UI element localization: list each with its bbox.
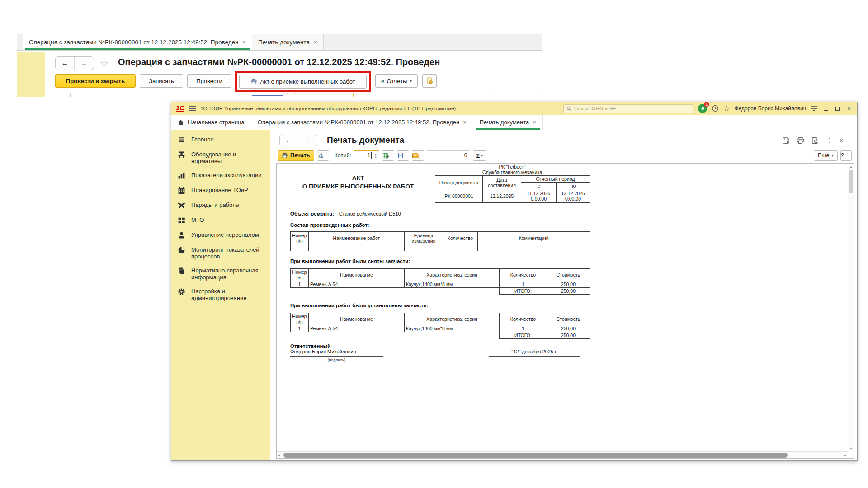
period-from: 11.12.20250:00:00: [521, 189, 557, 203]
sidebar-item-equipment[interactable]: Оборудование и нормативы: [171, 147, 270, 168]
close-pane-icon[interactable]: ×: [840, 136, 844, 144]
copies-stepper[interactable]: 1 ▴▾: [354, 150, 379, 160]
total-value: 250,00: [547, 332, 590, 339]
vertical-scrollbar[interactable]: ▴ ▾: [848, 164, 854, 451]
works-col-unit: Единица измерения: [405, 232, 443, 244]
maximize-button[interactable]: [834, 105, 841, 112]
reports-button[interactable]: Отчеты ▾: [375, 74, 418, 88]
document-title: Операция с запчастями №РК-00000001 от 12…: [118, 57, 440, 67]
tab-operation[interactable]: Операция с запчастями №РК-00000001 от 12…: [23, 34, 252, 50]
doc-date: 12.12.2025: [483, 189, 521, 203]
act-title-line1: АКТ: [290, 174, 426, 181]
tab-operation[interactable]: Операция с запчастями №РК-00000001 от 12…: [251, 115, 473, 130]
tab-print-document[interactable]: Печать документа ×: [473, 115, 543, 130]
installed-parts-table: Номер п/п Наименование Характеристика, с…: [290, 313, 590, 339]
save-file-button[interactable]: [397, 150, 409, 161]
installed-parts-label: При выполнении работ были установлены за…: [290, 303, 428, 308]
back-icon[interactable]: ←: [56, 57, 75, 70]
back-icon[interactable]: ←: [280, 134, 298, 146]
minimize-icon: [824, 110, 828, 111]
vertical-scroll-thumb[interactable]: [849, 170, 853, 193]
sidebar-item-mto[interactable]: МТО: [171, 213, 270, 228]
repair-object-value: Станок рейсмусовый D510: [339, 211, 401, 216]
parts-col-number: Номер п/п: [291, 313, 309, 325]
sidebar-item-settings[interactable]: Настройка и администрирование: [171, 284, 270, 305]
dropdown-arrow-icon: ▾: [831, 153, 834, 158]
post-button[interactable]: Провести: [187, 74, 231, 88]
sidebar-item-work-orders[interactable]: Наряды и работы: [171, 198, 270, 213]
notifications-bell-icon[interactable]: 1: [698, 104, 707, 113]
autosum-button[interactable]: Σ ▾: [473, 150, 487, 161]
file-history-button[interactable]: [422, 74, 437, 88]
global-search-input[interactable]: Поиск Ctrl+Shift+F: [563, 104, 693, 113]
favorites-star-icon[interactable]: ☆: [723, 104, 730, 113]
scroll-left-icon[interactable]: ◂: [278, 453, 280, 457]
forward-icon[interactable]: →: [298, 134, 317, 146]
sidebar-item-indicators[interactable]: Показатели эксплуатации: [171, 168, 270, 183]
tab-close-icon[interactable]: ×: [463, 119, 467, 126]
cutoff-field: [491, 93, 542, 97]
edit-table-button[interactable]: [382, 150, 394, 161]
stepper-down-icon[interactable]: ▾: [375, 155, 377, 159]
help-button[interactable]: ?: [840, 150, 852, 161]
write-button[interactable]: Записать: [140, 74, 183, 88]
close-window-button[interactable]: ×: [845, 105, 853, 112]
nav-arrows: ← →: [279, 134, 317, 146]
sections-sidebar: Главное Оборудование и нормативы Показат…: [171, 130, 270, 460]
forward-icon[interactable]: →: [75, 57, 94, 70]
removed-parts-table: Номер п/п Наименование Характеристика, с…: [290, 268, 590, 295]
main-menu-icon[interactable]: [189, 106, 196, 111]
tab-operation-label: Операция с запчастями №РК-00000001 от 12…: [258, 119, 459, 126]
preview-button[interactable]: [317, 150, 329, 161]
responsible-name: Федоров Борис Михайлович: [290, 349, 383, 357]
maximize-icon: [835, 107, 840, 111]
stepper-up-icon[interactable]: ▴: [375, 152, 377, 155]
parts-col-number: Номер п/п: [291, 269, 309, 281]
machine-icon: [178, 151, 185, 159]
sidebar-item-main[interactable]: Главное: [171, 132, 270, 147]
tab-print-document[interactable]: Печать документа ×: [252, 34, 323, 50]
tab-print-label: Печать документа: [258, 39, 310, 46]
print-button[interactable]: Печать: [278, 150, 314, 161]
tab-close-icon[interactable]: ×: [533, 119, 536, 126]
horizontal-scroll-thumb[interactable]: [283, 453, 788, 458]
parts-col-name: Наименование: [309, 269, 405, 281]
works-table: Номер п/п Наименование работ Единица изм…: [290, 231, 590, 251]
minimize-button[interactable]: [822, 105, 829, 112]
send-email-button[interactable]: [412, 150, 424, 161]
more-actions-icon[interactable]: ⋮: [826, 137, 832, 144]
horizontal-scrollbar[interactable]: ◂ ▸: [277, 451, 848, 458]
responsible-label: Ответственный: [290, 343, 330, 349]
parts-col-qty: Количество: [500, 313, 547, 325]
1c-logo: 1С: [176, 105, 184, 112]
sidebar-item-planning[interactable]: Планирование ТОиР: [171, 183, 270, 198]
doc-number: РК-00000001: [435, 189, 483, 203]
cutoff-link: [252, 95, 283, 96]
save-icon[interactable]: [782, 137, 789, 144]
tab-home[interactable]: Начальная страница: [171, 115, 251, 130]
print-icon[interactable]: [797, 137, 804, 144]
tab-close-icon[interactable]: ×: [243, 39, 246, 46]
scroll-down-icon[interactable]: ▾: [850, 446, 852, 450]
favorite-star-icon[interactable]: ☆: [99, 57, 109, 70]
act-print-button[interactable]: Акт о приемке выполненных работ: [239, 75, 367, 89]
scroll-right-icon[interactable]: ▸: [844, 453, 846, 457]
sum-field[interactable]: 0: [427, 150, 470, 160]
preview-icon[interactable]: [811, 137, 819, 144]
printer-icon: [250, 78, 257, 85]
service-menu-icon[interactable]: [811, 106, 817, 112]
sidebar-item-monitoring[interactable]: Мониторинг показателей процессов: [171, 243, 270, 263]
sidebar-item-personnel[interactable]: Управление персоналом: [171, 228, 270, 243]
repair-object-line: Объект ремонта: Станок рейсмусовый D510: [290, 211, 401, 216]
more-button[interactable]: Еще ▾: [814, 150, 838, 161]
tab-close-icon[interactable]: ×: [314, 39, 317, 46]
notification-badge: 1: [704, 102, 709, 107]
sidebar-item-reference-info[interactable]: Нормативно-справочная информация: [171, 263, 270, 284]
user-name[interactable]: Федоров Борис Михайлович: [734, 105, 806, 112]
red-highlight-box: Акт о приемке выполненных работ: [235, 71, 371, 92]
doc-date-line: "12" декабря 2025 г.: [489, 349, 580, 357]
history-clock-icon[interactable]: [712, 105, 719, 112]
post-and-close-button[interactable]: Провести и закрыть: [55, 74, 136, 88]
operation-form-fragment: Операция с запчастями №РК-00000001 от 12…: [17, 34, 542, 97]
scroll-up-icon[interactable]: ▴: [850, 164, 852, 169]
